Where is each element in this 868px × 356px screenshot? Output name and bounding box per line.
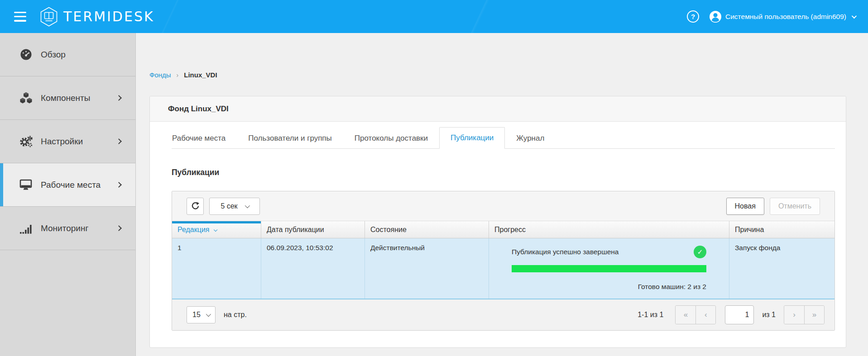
termidesk-hexagon-icon: [40, 7, 58, 27]
breadcrumb-link-funds[interactable]: Фонды: [149, 71, 171, 79]
column-header-progress[interactable]: Прогресс: [489, 221, 729, 238]
main-content: Фонды › Linux_VDI Фонд Linux_VDI Рабочие…: [136, 33, 868, 356]
cell-progress: Публикация успешно завершена ✓ Готово ма…: [489, 238, 729, 299]
top-header: TERMIDESK ? Системный пользователь (admi…: [0, 0, 868, 33]
column-header-date[interactable]: Дата публикации: [261, 221, 365, 238]
brand-logo[interactable]: TERMIDESK: [40, 7, 154, 27]
breadcrumb-separator: ›: [177, 71, 179, 79]
sidebar-item-workplaces[interactable]: Рабочие места: [0, 163, 135, 207]
chevron-right-icon: [116, 138, 122, 144]
tabs-bar: Рабочие места Пользователи и группы Прот…: [172, 127, 835, 149]
card-header: Фонд Linux_VDI: [150, 96, 846, 122]
column-header-revision[interactable]: Редакция: [172, 221, 261, 238]
tab-publications[interactable]: Публикации: [439, 127, 505, 149]
refresh-icon: [191, 202, 200, 210]
page-size-select[interactable]: 15: [187, 306, 216, 323]
brand-name: TERMIDESK: [63, 9, 154, 24]
help-icon[interactable]: ?: [687, 10, 699, 23]
fund-card: Фонд Linux_VDI Рабочие места Пользовател…: [149, 96, 846, 348]
progress-message: Публикация успешно завершена: [512, 248, 619, 256]
sort-desc-icon: [213, 228, 217, 232]
chevron-down-icon: [852, 13, 857, 18]
user-avatar-icon: [709, 10, 722, 23]
cancel-publication-button[interactable]: Отменить: [770, 198, 820, 215]
last-page-button[interactable]: »: [804, 306, 824, 324]
check-circle-icon: ✓: [694, 246, 706, 258]
publications-panel: 5 сек Новая Отменить: [172, 191, 835, 331]
chevron-right-icon: [116, 182, 122, 188]
sidebar-item-label: Рабочие места: [41, 180, 101, 190]
tab-journal[interactable]: Журнал: [505, 127, 556, 149]
sidebar: Обзор Компоненты: [0, 33, 136, 356]
cubes-icon: [19, 92, 33, 104]
app-window: TERMIDESK ? Системный пользователь (admi…: [0, 0, 868, 356]
sidebar-item-settings[interactable]: Настройки: [0, 120, 135, 163]
publications-table: Редакция Дата публикации Состояние Прогр…: [172, 221, 834, 299]
refresh-button[interactable]: [187, 198, 204, 215]
chart-bars-icon: [19, 223, 33, 234]
chevron-right-icon: [116, 95, 122, 101]
next-page-button[interactable]: ›: [784, 306, 804, 324]
cell-revision: 1: [172, 238, 261, 299]
progress-bar: [512, 265, 706, 272]
sidebar-item-label: Настройки: [41, 137, 83, 147]
table-header-row: Редакция Дата публикации Состояние Прогр…: [172, 221, 834, 238]
current-page-input[interactable]: [725, 305, 754, 324]
column-header-state[interactable]: Состояние: [365, 221, 489, 238]
progress-detail: Готово машин: 2 из 2: [512, 283, 706, 291]
chevron-right-icon: [116, 225, 122, 231]
column-header-reason[interactable]: Причина: [729, 221, 834, 238]
user-name: Системный пользователь (admin609): [725, 13, 846, 21]
chevron-down-icon: [245, 203, 249, 208]
sidebar-item-overview[interactable]: Обзор: [0, 33, 135, 76]
table-footer: 15 на стр. 1-1 из 1 « ‹: [172, 299, 834, 330]
cell-state: Действительный: [365, 238, 489, 299]
sidebar-item-label: Компоненты: [41, 93, 90, 103]
first-page-button[interactable]: «: [676, 306, 695, 324]
refresh-interval-select[interactable]: 5 сек: [209, 198, 260, 215]
hamburger-menu-icon[interactable]: [14, 12, 26, 22]
breadcrumb-current: Linux_VDI: [184, 71, 217, 79]
card-title: Фонд Linux_VDI: [168, 104, 229, 114]
sidebar-item-monitoring[interactable]: Мониторинг: [0, 207, 135, 250]
desktop-icon: [19, 179, 33, 191]
user-menu[interactable]: Системный пользователь (admin609): [709, 10, 855, 23]
page-size-label: на стр.: [224, 311, 247, 319]
prev-page-button[interactable]: ‹: [695, 306, 715, 324]
table-toolbar: 5 сек Новая Отменить: [172, 191, 834, 221]
dashboard-icon: [19, 48, 33, 61]
tab-users-groups[interactable]: Пользователи и группы: [237, 127, 343, 149]
sidebar-item-components[interactable]: Компоненты: [0, 76, 135, 120]
tab-workplaces[interactable]: Рабочие места: [172, 127, 237, 149]
sidebar-item-label: Мониторинг: [41, 223, 88, 233]
gears-icon: [19, 135, 33, 148]
new-publication-button[interactable]: Новая: [726, 198, 764, 215]
tab-delivery-protocols[interactable]: Протоколы доставки: [343, 127, 439, 149]
pagination-range: 1-1 из 1: [638, 311, 663, 319]
progress-bar-fill: [512, 265, 706, 272]
page-size-value: 15: [192, 311, 201, 319]
table-row[interactable]: 1 06.09.2023, 10:53:02 Действительный Пу…: [172, 238, 834, 299]
breadcrumb: Фонды › Linux_VDI: [149, 71, 846, 79]
refresh-interval-value: 5 сек: [221, 202, 237, 210]
pagination-total: из 1: [762, 311, 776, 319]
cell-reason: Запуск фонда: [729, 238, 834, 299]
cell-date: 06.09.2023, 10:53:02: [261, 238, 365, 299]
sidebar-item-label: Обзор: [41, 50, 66, 60]
section-title: Публикации: [172, 168, 835, 177]
chevron-down-icon: [206, 312, 211, 317]
